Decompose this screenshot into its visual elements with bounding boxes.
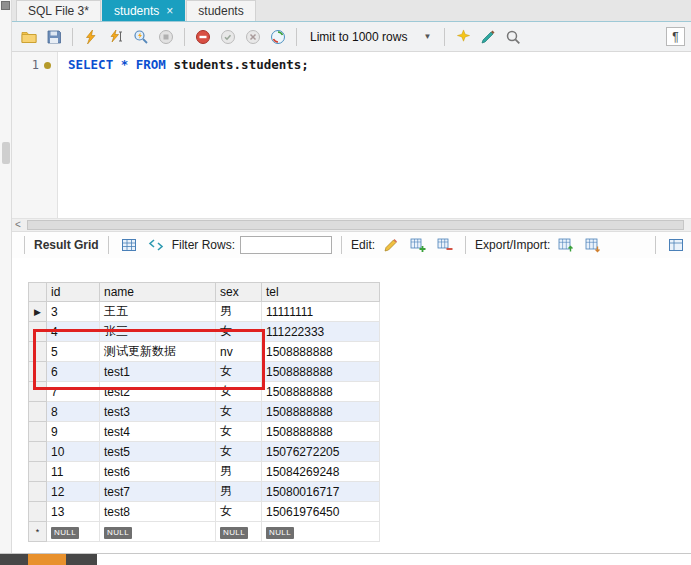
row-selector[interactable] xyxy=(29,422,47,442)
cell-id[interactable]: 12 xyxy=(47,482,100,502)
cell-id[interactable]: 10 xyxy=(47,442,100,462)
cell-sex[interactable]: nv xyxy=(216,342,262,362)
new-row[interactable]: *NULLNULLNULLNULL xyxy=(29,522,380,542)
cell-name[interactable]: test2 xyxy=(100,382,216,402)
row-selector[interactable] xyxy=(29,502,47,522)
cell-id[interactable]: 11 xyxy=(47,462,100,482)
cell-id[interactable]: 8 xyxy=(47,402,100,422)
row-selector[interactable] xyxy=(29,442,47,462)
cell-tel[interactable]: 1508888888 xyxy=(262,342,380,362)
reset-grid-button[interactable] xyxy=(118,234,140,256)
cell-tel[interactable]: 15084269248 xyxy=(262,462,380,482)
scroll-left-arrow-icon[interactable]: < xyxy=(15,219,21,231)
row-selector[interactable] xyxy=(29,462,47,482)
row-selector[interactable] xyxy=(29,382,47,402)
horizontal-scrollbar[interactable]: < xyxy=(12,218,691,232)
table-row[interactable]: 7test2女1508888888 xyxy=(29,382,380,402)
cell-name[interactable]: test4 xyxy=(100,422,216,442)
commit-button[interactable] xyxy=(217,26,239,48)
column-header-sex[interactable]: sex xyxy=(216,283,262,302)
cell-tel[interactable]: 111222333 xyxy=(262,322,380,342)
cell-tel[interactable]: 1508888888 xyxy=(262,402,380,422)
table-row[interactable]: 10test5女15076272205 xyxy=(29,442,380,462)
add-row-button[interactable] xyxy=(407,234,429,256)
cell-id[interactable]: NULL xyxy=(47,522,100,542)
save-script-button[interactable] xyxy=(43,26,65,48)
cell-sex[interactable]: 女 xyxy=(216,322,262,342)
row-selector[interactable] xyxy=(29,402,47,422)
row-selector[interactable] xyxy=(29,482,47,502)
row-selector[interactable] xyxy=(29,342,47,362)
cell-id[interactable]: 5 xyxy=(47,342,100,362)
column-header-name[interactable]: name xyxy=(100,283,216,302)
row-limit-dropdown[interactable]: Limit to 1000 rows ▼ xyxy=(304,28,437,46)
cell-name[interactable]: test5 xyxy=(100,442,216,462)
stop-button[interactable] xyxy=(155,26,177,48)
scrollbar-thumb[interactable] xyxy=(27,220,684,230)
cell-tel[interactable]: 1508888888 xyxy=(262,362,380,382)
row-selector[interactable]: * xyxy=(29,522,47,542)
wrap-cell-button[interactable] xyxy=(665,234,687,256)
cell-name[interactable]: test3 xyxy=(100,402,216,422)
delete-row-button[interactable] xyxy=(434,234,456,256)
sidebar-collapse-handle[interactable] xyxy=(2,142,10,164)
filter-rows-input[interactable] xyxy=(240,236,332,254)
row-selector[interactable]: ▶ xyxy=(29,302,47,322)
tab-students-active[interactable]: students × xyxy=(102,0,185,21)
column-header-tel[interactable]: tel xyxy=(262,283,380,302)
column-header-id[interactable]: id xyxy=(47,283,100,302)
cell-id[interactable]: 6 xyxy=(47,362,100,382)
cell-name[interactable]: NULL xyxy=(100,522,216,542)
cell-sex[interactable]: 女 xyxy=(216,442,262,462)
cell-tel[interactable]: 15076272205 xyxy=(262,442,380,462)
cell-name[interactable]: 张三 xyxy=(100,322,216,342)
cell-sex[interactable]: NULL xyxy=(216,522,262,542)
cell-sex[interactable]: 男 xyxy=(216,482,262,502)
sql-editor[interactable]: 1 SELECT * FROM students.students; xyxy=(12,52,691,218)
import-button[interactable] xyxy=(582,234,604,256)
cell-sex[interactable]: 男 xyxy=(216,462,262,482)
taskbar-highlight[interactable] xyxy=(28,554,66,565)
autocommit-toggle[interactable] xyxy=(267,26,289,48)
table-row[interactable]: 13test8女15061976450 xyxy=(29,502,380,522)
cell-sex[interactable]: 女 xyxy=(216,502,262,522)
cell-id[interactable]: 13 xyxy=(47,502,100,522)
cell-name[interactable]: test6 xyxy=(100,462,216,482)
cell-tel[interactable]: NULL xyxy=(262,522,380,542)
refresh-grid-button[interactable] xyxy=(145,234,167,256)
edit-row-button[interactable] xyxy=(380,234,402,256)
table-row[interactable]: 5测试更新数据nv1508888888 xyxy=(29,342,380,362)
cell-name[interactable]: 王五 xyxy=(100,302,216,322)
table-row[interactable]: 12test7男15080016717 xyxy=(29,482,380,502)
table-row[interactable]: 9test4女1508888888 xyxy=(29,422,380,442)
explain-button[interactable] xyxy=(130,26,152,48)
open-script-button[interactable] xyxy=(18,26,40,48)
table-row[interactable]: 8test3女1508888888 xyxy=(29,402,380,422)
export-button[interactable] xyxy=(555,234,577,256)
cell-tel[interactable]: 11111111 xyxy=(262,302,380,322)
cell-sex[interactable]: 女 xyxy=(216,422,262,442)
header-row-selector[interactable] xyxy=(29,283,47,302)
sidebar-top-icon[interactable] xyxy=(1,1,10,10)
cell-name[interactable]: test7 xyxy=(100,482,216,502)
find-button[interactable] xyxy=(502,26,524,48)
execute-button[interactable] xyxy=(80,26,102,48)
stop-on-error-toggle[interactable] xyxy=(192,26,214,48)
cell-id[interactable]: 9 xyxy=(47,422,100,442)
sql-code-line[interactable]: SELECT * FROM students.students; xyxy=(58,52,309,218)
cell-sex[interactable]: 女 xyxy=(216,402,262,422)
invisible-chars-toggle[interactable]: ¶ xyxy=(666,27,685,46)
close-icon[interactable]: × xyxy=(166,5,173,17)
clean-button[interactable] xyxy=(477,26,499,48)
table-row[interactable]: 11test6男15084269248 xyxy=(29,462,380,482)
cell-id[interactable]: 7 xyxy=(47,382,100,402)
tab-sql-file-3[interactable]: SQL File 3* xyxy=(16,0,101,21)
row-selector[interactable] xyxy=(29,322,47,342)
cell-sex[interactable]: 女 xyxy=(216,382,262,402)
table-row[interactable]: ▶3王五男11111111 xyxy=(29,302,380,322)
cell-name[interactable]: test1 xyxy=(100,362,216,382)
tab-students[interactable]: students xyxy=(186,0,255,21)
rollback-button[interactable] xyxy=(242,26,264,48)
cell-name[interactable]: 测试更新数据 xyxy=(100,342,216,362)
cell-sex[interactable]: 男 xyxy=(216,302,262,322)
